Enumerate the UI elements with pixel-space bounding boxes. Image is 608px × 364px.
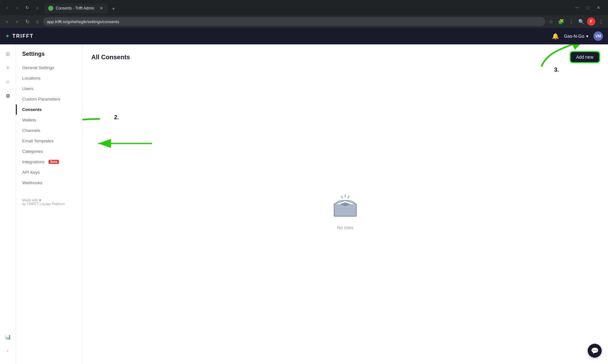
forward-button[interactable]: › (13, 3, 22, 12)
nav-item-consents[interactable]: Consents (16, 104, 82, 115)
sidebar-icon-chart[interactable]: 📊 (2, 331, 14, 342)
back-button[interactable]: ‹ (3, 3, 11, 12)
tab-close-button[interactable]: ✕ (99, 6, 104, 11)
tab-title: Consents - Trifft Admin (56, 6, 96, 10)
account-icon[interactable]: ⋮ (567, 17, 576, 26)
search-icon[interactable]: 🔍 (577, 17, 586, 26)
logo: ✦ TRIFFT (5, 33, 34, 40)
empty-box-icon (329, 188, 361, 220)
nav-item-general-settings[interactable]: General Settings (16, 62, 82, 73)
app-container: ✦ TRIFFT 🔔 Gas-N-Go ▾ VM ⊞ ≡ ☺ ⚙ 📊 ‹ (0, 28, 608, 364)
url-display: app.trifft.io/gohehegik/settings/consent… (47, 19, 119, 24)
nav-item-custom-parameters[interactable]: Custom Parameters (16, 94, 82, 104)
org-name: Gas-N-Go (564, 34, 584, 39)
nav-item-email-templates[interactable]: Email Templates (16, 136, 82, 146)
active-tab[interactable]: Consents - Trifft Admin ✕ (44, 3, 108, 13)
top-nav-right: 🔔 Gas-N-Go ▾ VM (552, 31, 603, 41)
address-back-button[interactable]: ‹ (3, 17, 11, 26)
extensions-icon[interactable]: 🧩 (557, 17, 566, 26)
address-bar[interactable]: app.trifft.io/gohehegik/settings/consent… (43, 17, 545, 26)
org-selector[interactable]: Gas-N-Go ▾ (564, 34, 588, 39)
nav-item-webhooks[interactable]: Webhooks (16, 178, 82, 188)
sidebar-icon-grid[interactable]: ⊞ (2, 48, 14, 60)
svg-line-9 (341, 196, 343, 198)
browser-actions: ☆ 🧩 ⋮ 🔍 F ⋮ (547, 17, 605, 26)
org-avatar[interactable]: VM (593, 31, 603, 41)
sidebar-icon-list[interactable]: ≡ (2, 62, 14, 74)
new-tab-button[interactable]: + (109, 4, 118, 13)
beta-badge: Beta (49, 160, 59, 164)
heart-icon: ♥ (39, 198, 41, 202)
main-content: All Consents Add new (82, 44, 608, 364)
address-forward-button[interactable]: › (13, 17, 22, 26)
sidebar-icon-smile[interactable]: ☺ (2, 76, 14, 88)
chat-bubble-button[interactable]: 💬 (588, 344, 602, 358)
nav-item-categories[interactable]: Categories (16, 146, 82, 157)
reload-button[interactable]: ↻ (23, 3, 32, 12)
nav-item-users[interactable]: Users (16, 83, 82, 94)
empty-state-text: No rows (337, 225, 353, 230)
nav-item-locations[interactable]: Locations (16, 73, 82, 83)
add-new-button[interactable]: Add new (571, 52, 599, 62)
settings-title: Settings (16, 51, 82, 62)
chat-icon: 💬 (591, 347, 599, 354)
nav-sidebar: Settings General Settings Locations User… (16, 44, 82, 364)
tab-favicon (48, 6, 53, 11)
close-window-button[interactable]: ✕ (594, 3, 603, 12)
nav-item-integrations[interactable]: Integrations Beta (16, 157, 82, 167)
browser-chrome: ‹ › ↻ ⌂ Consents - Trifft Admin ✕ + ─ □ … (0, 0, 608, 15)
nav-item-wallets[interactable]: Wallets (16, 115, 82, 125)
sidebar-footer: Made with ♥ by TRIFFT Loyalty Platform (16, 194, 82, 210)
top-nav: ✦ TRIFFT 🔔 Gas-N-Go ▾ VM (0, 28, 608, 44)
profile-avatar[interactable]: F (587, 17, 595, 26)
notification-bell-icon[interactable]: 🔔 (552, 33, 559, 40)
icon-sidebar: ⊞ ≡ ☺ ⚙ 📊 ‹ (0, 44, 16, 364)
logo-text: TRIFFT (12, 33, 34, 39)
address-bar-row: ‹ › ↻ ⌂ app.trifft.io/gohehegik/settings… (0, 15, 608, 28)
tab-bar: Consents - Trifft Admin ✕ + (44, 2, 570, 13)
menu-icon[interactable]: ⋮ (597, 17, 605, 26)
bookmark-icon[interactable]: ☆ (547, 17, 555, 26)
address-reload-button[interactable]: ↻ (23, 17, 32, 26)
footer-text: Made with ♥ by TRIFFT Loyalty Platform (22, 198, 76, 206)
content-header: All Consents Add new (91, 52, 599, 62)
maximize-button[interactable]: □ (583, 3, 592, 12)
address-home-button[interactable]: ⌂ (33, 17, 42, 26)
sidebar-icon-settings[interactable]: ⚙ (2, 90, 14, 101)
browser-controls: ‹ › ↻ ⌂ (3, 3, 42, 12)
empty-state: No rows (91, 70, 599, 349)
icon-sidebar-bottom: 📊 ‹ (2, 331, 14, 360)
logo-icon: ✦ (5, 33, 10, 40)
home-button[interactable]: ⌂ (33, 3, 42, 12)
sidebar-icon-back[interactable]: ‹ (2, 345, 14, 356)
main-area: ⊞ ≡ ☺ ⚙ 📊 ‹ Settings General Settings Lo… (0, 44, 608, 364)
svg-line-10 (348, 196, 349, 198)
nav-item-api-keys[interactable]: API Keys (16, 167, 82, 178)
page-title: All Consents (91, 54, 130, 61)
nav-item-channels[interactable]: Channels (16, 125, 82, 136)
minimize-button[interactable]: ─ (572, 3, 581, 12)
org-dropdown-icon: ▾ (586, 34, 588, 39)
